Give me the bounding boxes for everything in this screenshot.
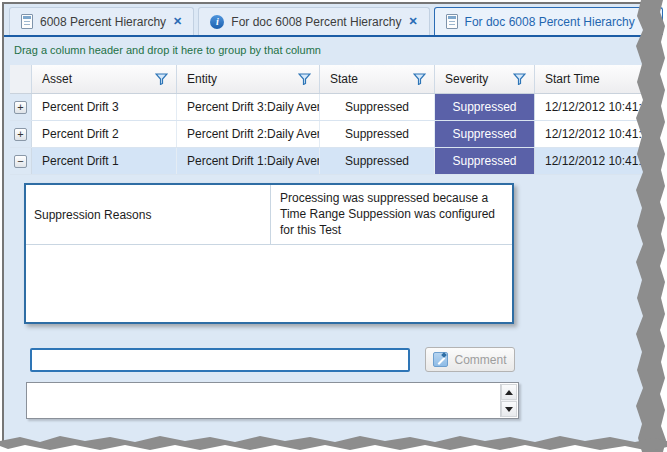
column-header-severity[interactable]: Severity bbox=[435, 65, 535, 93]
filter-icon[interactable] bbox=[298, 73, 311, 85]
document-icon bbox=[446, 14, 458, 29]
tab-6008-percent-hierarchy[interactable]: 6008 Percent Hierarchy ✕ bbox=[9, 7, 194, 35]
start-time-cell: 12/12/2012 10:41:23 bbox=[535, 94, 653, 120]
asset-cell: Percent Drift 2 bbox=[32, 121, 177, 147]
state-cell: Suppressed bbox=[320, 94, 435, 120]
collapse-button[interactable]: − bbox=[14, 155, 27, 168]
severity-badge: Suppressed bbox=[435, 94, 535, 120]
asset-cell: Percent Drift 1 bbox=[32, 148, 177, 174]
state-cell: Suppressed bbox=[320, 121, 435, 147]
filter-icon[interactable] bbox=[413, 73, 426, 85]
tab-label: For doc 6008 Percent Hierarchy bbox=[465, 15, 635, 29]
filter-icon[interactable] bbox=[513, 73, 526, 85]
entity-cell: Percent Drift 2:Daily Aver bbox=[177, 121, 320, 147]
column-label: Severity bbox=[445, 72, 488, 86]
severity-badge: Suppressed bbox=[435, 148, 535, 174]
vertical-scrollbar[interactable] bbox=[500, 384, 517, 417]
column-header-asset[interactable]: Asset bbox=[32, 65, 177, 93]
column-label: Start Time bbox=[545, 72, 600, 86]
column-header-state[interactable]: State bbox=[320, 65, 435, 93]
document-icon bbox=[21, 14, 33, 29]
start-time-cell: 12/12/2012 10:41:23 bbox=[535, 121, 653, 147]
close-icon[interactable]: ✕ bbox=[173, 16, 182, 27]
edit-pencil-icon bbox=[433, 352, 448, 367]
column-label: Asset bbox=[42, 72, 72, 86]
row-expander-cell: − bbox=[10, 148, 32, 174]
suppression-reasons-value: Processing was suppressed because a Time… bbox=[271, 185, 512, 244]
column-label: Entity bbox=[187, 72, 217, 86]
suppression-reasons-row: Suppression Reasons Processing was suppr… bbox=[26, 185, 512, 245]
close-icon[interactable]: ✕ bbox=[408, 16, 417, 27]
suppression-reasons-label: Suppression Reasons bbox=[26, 185, 271, 244]
scroll-up-button[interactable] bbox=[501, 384, 517, 400]
down-arrow-icon bbox=[505, 407, 513, 412]
info-icon: i bbox=[210, 15, 224, 29]
scroll-down-button[interactable] bbox=[501, 401, 517, 417]
expand-button[interactable]: + bbox=[14, 128, 27, 141]
app-window: 6008 Percent Hierarchy ✕ i For doc 6008 … bbox=[2, 2, 653, 444]
table-row-selected[interactable]: − Percent Drift 1 Percent Drift 1:Daily … bbox=[10, 148, 653, 175]
severity-badge: Suppressed bbox=[435, 121, 535, 147]
start-time-cell: 12/12/2012 10:41:23 bbox=[535, 148, 653, 174]
tab-bar: 6008 Percent Hierarchy ✕ i For doc 6008 … bbox=[9, 6, 663, 35]
table-row[interactable]: + Percent Drift 2 Percent Drift 2:Daily … bbox=[10, 121, 653, 148]
screenshot-stage: 6008 Percent Hierarchy ✕ i For doc 6008 … bbox=[0, 0, 667, 452]
alerts-grid: Asset Entity State Severity bbox=[10, 65, 653, 175]
comment-button-label: Comment bbox=[454, 353, 506, 367]
table-row[interactable]: + Percent Drift 3 Percent Drift 3:Daily … bbox=[10, 94, 653, 121]
tab-for-doc-6008-active[interactable]: For doc 6008 Percent Hierarchy ✕ bbox=[434, 7, 663, 35]
entity-cell: Percent Drift 1:Daily Aver bbox=[177, 148, 320, 174]
tab-label: For doc 6008 Percent Hierarchy bbox=[231, 15, 401, 29]
group-by-drop-zone[interactable]: Drag a column header and drop it here to… bbox=[14, 44, 321, 56]
up-arrow-icon bbox=[505, 390, 513, 395]
asset-cell: Percent Drift 3 bbox=[32, 94, 177, 120]
row-expander-cell: + bbox=[10, 94, 32, 120]
tab-for-doc-6008-info[interactable]: i For doc 6008 Percent Hierarchy ✕ bbox=[198, 7, 429, 35]
grid-header-row: Asset Entity State Severity bbox=[10, 65, 653, 94]
row-expander-cell: + bbox=[10, 121, 32, 147]
close-icon[interactable]: ✕ bbox=[642, 16, 651, 27]
state-cell: Suppressed bbox=[320, 148, 435, 174]
expander-column-header bbox=[10, 65, 32, 93]
comment-input[interactable] bbox=[30, 348, 410, 372]
comment-history-textarea[interactable] bbox=[26, 382, 519, 419]
tab-label: 6008 Percent Hierarchy bbox=[40, 15, 166, 29]
entity-cell: Percent Drift 3:Daily Aver bbox=[177, 94, 320, 120]
column-header-entity[interactable]: Entity bbox=[177, 65, 320, 93]
filter-icon[interactable] bbox=[155, 73, 168, 85]
column-label: State bbox=[330, 72, 358, 86]
column-header-start-time[interactable]: Start Time bbox=[535, 65, 653, 93]
expand-button[interactable]: + bbox=[14, 101, 27, 114]
tab-content: Drag a column header and drop it here to… bbox=[4, 35, 653, 444]
row-detail-panel: Suppression Reasons Processing was suppr… bbox=[24, 183, 514, 324]
comment-button[interactable]: Comment bbox=[425, 347, 515, 372]
